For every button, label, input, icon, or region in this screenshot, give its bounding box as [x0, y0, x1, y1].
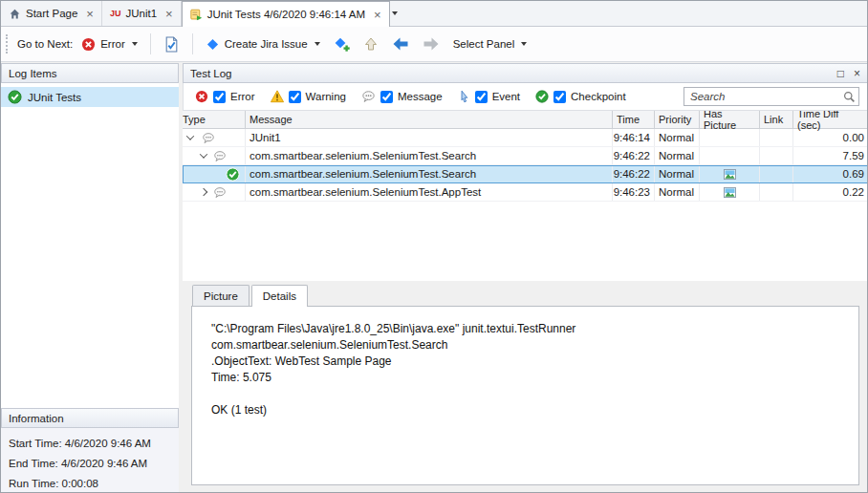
event-cursor-icon — [458, 90, 470, 103]
table-row-apptest[interactable]: com.smartbear.selenium.SeleniumTest.AppT… — [183, 183, 868, 202]
create-jira-issue-label: Create Jira Issue — [225, 38, 308, 50]
go-to-next-label: Go to Next: — [17, 38, 73, 50]
error-icon — [81, 37, 96, 52]
dropdown-caret-icon — [521, 42, 527, 46]
picture-icon[interactable] — [724, 169, 736, 180]
tree-item-junit-tests[interactable]: JUnit Tests — [1, 87, 179, 107]
error-button-label: Error — [100, 38, 125, 50]
search-input[interactable] — [690, 91, 843, 102]
filter-checkpoint[interactable]: Checkpoint — [535, 90, 626, 103]
expand-chevron-icon[interactable] — [186, 132, 194, 139]
attach-to-jira-issue-button[interactable] — [329, 32, 355, 56]
details-content: "C:\Program Files\Java\jre1.8.0_25\Bin\j… — [191, 306, 859, 485]
test-log-panel: Test Log □ × Error Warning — [183, 63, 868, 492]
select-panel-button[interactable]: Select Panel — [448, 34, 532, 54]
run-time-text: Run Time: 0:00:08 — [9, 474, 179, 493]
tab-details[interactable]: Details — [251, 285, 308, 307]
tab-overflow-caret-icon[interactable] — [392, 11, 398, 15]
close-tab-icon[interactable]: × — [86, 8, 94, 20]
time-cell: 9:46:14 — [613, 129, 655, 146]
go-forward-button[interactable] — [418, 32, 445, 55]
details-tab-bar: Picture Details — [192, 285, 859, 306]
sidebar: Log Items JUnit Tests Information Start … — [1, 63, 179, 492]
type-cell — [183, 183, 246, 201]
test-log-table: Type Message Time Priority Has Picture L… — [183, 111, 868, 281]
table-header-row: Type Message Time Priority Has Picture L… — [183, 111, 868, 129]
dropdown-caret-icon — [132, 42, 138, 46]
search-icon[interactable] — [843, 91, 856, 103]
maximize-panel-icon[interactable]: □ — [837, 68, 844, 79]
go-back-button[interactable] — [387, 32, 414, 55]
up-one-level-button[interactable] — [358, 32, 383, 55]
main-toolbar: Go to Next: Error Create Jira Issue — [1, 27, 867, 62]
column-header-link[interactable]: Link — [760, 111, 793, 128]
collapse-chevron-icon[interactable] — [200, 188, 207, 196]
filter-event-label: Event — [492, 91, 520, 102]
tab-junit1[interactable]: JU JUnit1 × — [102, 1, 182, 26]
filter-event[interactable]: Event — [458, 90, 520, 103]
has-picture-cell — [700, 165, 760, 182]
time-diff-cell: 0.00 — [793, 129, 868, 146]
filter-warning-checkbox[interactable] — [289, 91, 301, 103]
filter-message[interactable]: Message — [361, 90, 443, 103]
filter-error-label: Error — [230, 91, 255, 102]
details-line: .ObjectText: WebTest Sample Page — [211, 354, 839, 370]
information-body: Start Time: 4/6/2020 9:46 AM End Time: 4… — [1, 428, 179, 493]
table-row-junit1[interactable]: JUnit1 9:46:14 Normal 0.00 — [183, 129, 868, 147]
warning-icon — [271, 90, 284, 103]
message-icon — [361, 90, 376, 103]
filter-checkpoint-checkbox[interactable] — [553, 91, 566, 103]
filter-event-checkbox[interactable] — [475, 91, 488, 103]
information-panel-header: Information — [1, 408, 179, 428]
log-items-panel-header: Log Items — [1, 63, 179, 83]
tab-start-page[interactable]: Start Page × — [1, 1, 102, 26]
checkpoint-icon — [535, 90, 549, 103]
test-complete-window: Start Page × JU JUnit1 × JUnit Tests 4/6… — [0, 0, 868, 493]
details-line: "C:\Program Files\Java\jre1.8.0_25\Bin\j… — [211, 321, 839, 337]
go-to-next-error-button[interactable]: Error — [76, 33, 142, 55]
column-header-message[interactable]: Message — [246, 111, 613, 128]
link-cell — [760, 147, 793, 164]
filter-checkpoint-label: Checkpoint — [571, 91, 626, 102]
table-row-search-message[interactable]: com.smartbear.selenium.SeleniumTest.Sear… — [183, 147, 868, 165]
message-cell: com.smartbear.selenium.SeleniumTest.Sear… — [246, 147, 613, 164]
create-jira-issue-button[interactable]: Create Jira Issue — [201, 33, 325, 55]
close-panel-icon[interactable]: × — [854, 68, 860, 79]
create-item-from-log-button[interactable] — [159, 32, 184, 56]
filter-error-checkbox[interactable] — [213, 91, 226, 103]
priority-cell: Normal — [655, 147, 700, 164]
log-items-tree: JUnit Tests — [1, 83, 179, 408]
expand-chevron-icon[interactable] — [200, 150, 207, 158]
tab-label: JUnit Tests 4/6/2020 9:46:14 AM — [207, 9, 365, 20]
filter-message-label: Message — [398, 91, 443, 102]
toolbar-grip-handle[interactable] — [6, 34, 9, 54]
filter-warning[interactable]: Warning — [271, 90, 346, 103]
log-items-title: Log Items — [9, 68, 57, 79]
time-diff-cell: 0.69 — [793, 165, 868, 182]
error-icon — [195, 90, 208, 103]
close-tab-icon[interactable]: × — [165, 8, 173, 20]
details-line: Time: 5.075 — [211, 370, 839, 386]
column-header-priority[interactable]: Priority — [655, 111, 700, 128]
column-header-time[interactable]: Time — [613, 111, 655, 128]
picture-icon[interactable] — [724, 187, 736, 198]
close-tab-icon[interactable]: × — [374, 9, 381, 21]
column-header-time-diff[interactable]: Time Diff (sec) — [793, 111, 868, 128]
tab-junit-tests-log[interactable]: JUnit Tests 4/6/2020 9:46:14 AM × — [182, 1, 390, 27]
has-picture-cell — [700, 129, 760, 146]
message-icon — [213, 186, 227, 199]
information-title: Information — [9, 413, 64, 424]
tab-picture[interactable]: Picture — [192, 285, 250, 306]
details-line: com.smartbear.selenium.SeleniumTest.Sear… — [211, 337, 839, 354]
filter-error[interactable]: Error — [195, 90, 255, 103]
link-cell — [760, 129, 793, 146]
column-header-type[interactable]: Type — [183, 111, 246, 128]
back-arrow-icon — [392, 36, 409, 52]
has-picture-cell — [700, 147, 760, 164]
log-details-area: Picture Details "C:\Program Files\Java\j… — [183, 281, 868, 492]
filter-message-checkbox[interactable] — [380, 91, 393, 103]
document-check-icon — [163, 36, 180, 53]
column-header-has-picture[interactable]: Has Picture — [700, 111, 760, 128]
table-row-search-checkpoint[interactable]: com.smartbear.selenium.SeleniumTest.Sear… — [183, 165, 868, 183]
toolbar-separator — [150, 33, 151, 54]
